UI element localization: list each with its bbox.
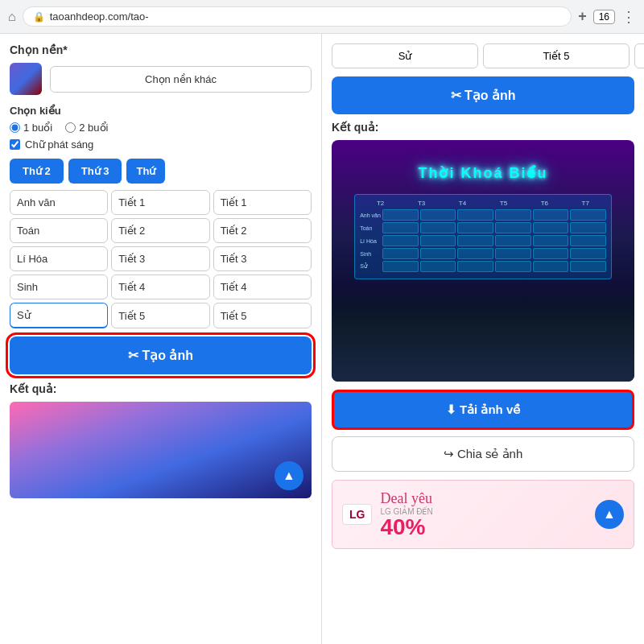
schedule-input-r0-c1[interactable] — [111, 190, 209, 215]
grid-cells — [382, 209, 606, 221]
grid-cell — [533, 209, 569, 221]
grid-cell — [570, 248, 606, 259]
grid-cell — [457, 235, 493, 246]
grid-cell — [382, 261, 419, 272]
grid-header-cell: T3 — [418, 200, 425, 207]
tab-count-badge[interactable]: 16 — [593, 10, 615, 24]
scroll-up-button-right[interactable]: ▲ — [595, 500, 624, 529]
grid-cell — [533, 261, 569, 272]
schedule-input-r2-c0[interactable] — [10, 246, 108, 271]
right-tab-input-0[interactable] — [332, 43, 478, 68]
ad-logo: LG — [342, 504, 372, 525]
grid-cell — [420, 209, 456, 221]
chu-phat-sang-label: Chữ phát sáng — [25, 138, 93, 151]
schedule-grid — [10, 190, 312, 328]
schedule-input-r3-c1[interactable] — [111, 275, 209, 299]
grid-cell — [533, 222, 569, 233]
day-tab-thu2[interactable]: Thứ 2 — [10, 159, 64, 184]
grid-row: Lí Hóa — [360, 235, 606, 246]
grid-cell — [495, 222, 531, 233]
ket-qua-label-right: Kết quả: — [332, 121, 634, 134]
grid-cell — [420, 222, 456, 233]
grid-cells — [382, 248, 606, 259]
grid-cell — [570, 209, 606, 221]
buoi-1-option[interactable]: 1 buổi — [10, 122, 52, 134]
schedule-input-r1-c2[interactable] — [213, 218, 312, 243]
buoi-1-radio[interactable] — [10, 122, 20, 133]
ad-text: Deal yêu LG GIẢM ĐẾN 40% — [380, 490, 587, 539]
tao-anh-button-left[interactable]: ✂ Tạo ảnh — [10, 336, 312, 374]
grid-row-label: Toán — [360, 225, 382, 231]
browser-menu-button[interactable]: ⋮ — [621, 8, 636, 26]
schedule-input-r0-c0[interactable] — [10, 190, 108, 215]
day-tabs: Thứ 2 Thứ 3 Thứ — [10, 159, 312, 184]
chon-nen-khac-button[interactable]: Chọn nền khác — [50, 66, 312, 93]
ket-qua-label-left: Kết quả: — [10, 382, 312, 395]
grid-header-cell: T5 — [500, 200, 507, 207]
grid-row: Toán — [360, 222, 606, 233]
schedule-image-preview: Thời Khoá Biểu T2T3T4T5T6T7 Anh vănToánL… — [332, 140, 634, 382]
grid-header-cell: T2 — [377, 200, 384, 207]
grid-row-label: Sử — [360, 263, 382, 270]
download-button[interactable]: ⬇ Tải ảnh về — [332, 390, 634, 430]
buoi-2-option[interactable]: 2 buổi — [65, 122, 108, 134]
grid-cell — [382, 209, 419, 221]
schedule-input-r3-c2[interactable] — [213, 275, 312, 299]
bg-selector: Chọn nền khác — [10, 63, 312, 95]
chon-kieu-label: Chọn kiểu — [10, 105, 312, 117]
schedule-input-r3-c0[interactable] — [10, 275, 108, 299]
right-tab-input-1[interactable] — [483, 43, 630, 68]
grid-cell — [382, 235, 419, 246]
buoi-radio-group: 1 buổi 2 buổi — [10, 122, 312, 134]
schedule-input-r1-c1[interactable] — [111, 218, 209, 243]
schedule-input-r4-c2[interactable] — [213, 303, 312, 328]
grid-header: T2T3T4T5T6T7 — [360, 200, 606, 207]
schedule-grid-overlay: T2T3T4T5T6T7 Anh vănToánLí HóaSinhSử — [354, 194, 612, 279]
grid-cell — [495, 209, 531, 221]
grid-cell — [570, 235, 606, 246]
grid-cells — [382, 235, 606, 246]
grid-row: Sinh — [360, 248, 606, 259]
grid-cell — [533, 248, 569, 259]
main-content: Chọn nền* Chọn nền khác Chọn kiểu 1 buổi… — [0, 34, 644, 644]
grid-cell — [495, 235, 531, 246]
grid-header-cell: T4 — [459, 200, 466, 207]
url-text: taoanhdeop.com/tao- — [50, 10, 149, 23]
schedule-input-r2-c2[interactable] — [213, 246, 312, 271]
add-tab-button[interactable]: + — [578, 8, 587, 25]
left-result-container: ▲ — [10, 402, 312, 498]
buoi-2-label: 2 buổi — [79, 122, 108, 134]
schedule-input-r4-c1[interactable] — [111, 303, 209, 328]
right-panel: ✂ Tạo ảnh Kết quả: Thời Khoá Biểu T2T3T4… — [322, 34, 644, 644]
day-tab-thu3[interactable]: Thứ 3 — [68, 159, 122, 184]
grid-cell — [420, 261, 456, 272]
buoi-2-radio[interactable] — [65, 122, 76, 133]
grid-row-label: Sinh — [360, 251, 382, 257]
schedule-input-r4-c0[interactable] — [10, 303, 108, 328]
address-bar[interactable]: 🔒 taoanhdeop.com/tao- — [23, 6, 572, 27]
chu-phat-sang-checkbox[interactable] — [10, 139, 20, 150]
schedule-input-r0-c2[interactable] — [213, 190, 312, 215]
bg-thumbnail[interactable] — [10, 63, 42, 95]
grid-cell — [457, 222, 493, 233]
grid-cell — [570, 261, 606, 272]
grid-cells — [382, 222, 606, 233]
home-icon[interactable]: ⌂ — [8, 10, 16, 24]
grid-cell — [570, 222, 606, 233]
grid-cell — [420, 248, 456, 259]
chu-phat-sang-row: Chữ phát sáng — [10, 138, 312, 151]
grid-header-cell: T7 — [582, 200, 589, 207]
schedule-input-r2-c1[interactable] — [111, 246, 209, 271]
share-button[interactable]: ↪ Chia sẻ ảnh — [332, 436, 634, 472]
city-bg-decoration — [332, 285, 634, 382]
tao-anh-button-right[interactable]: ✂ Tạo ảnh — [332, 76, 634, 114]
grid-cell — [495, 248, 531, 259]
right-tab-input-2[interactable] — [634, 43, 644, 68]
scroll-up-button-left[interactable]: ▲ — [275, 461, 303, 490]
left-panel: Chọn nền* Chọn nền khác Chọn kiểu 1 buổi… — [0, 34, 322, 644]
grid-header-cell: T6 — [541, 200, 548, 207]
schedule-input-r1-c0[interactable] — [10, 218, 108, 243]
browser-chrome: ⌂ 🔒 taoanhdeop.com/tao- + 16 ⋮ — [0, 0, 644, 34]
grid-cell — [420, 235, 456, 246]
day-tab-thu-partial[interactable]: Thứ — [126, 159, 165, 184]
